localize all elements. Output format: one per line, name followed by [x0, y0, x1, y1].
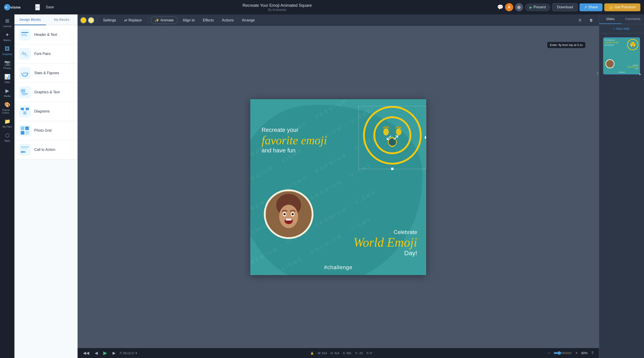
- chevron-icon: ▾: [136, 352, 137, 355]
- new-slide-button[interactable]: + New slide: [599, 24, 644, 33]
- prev-button[interactable]: ◀: [93, 350, 100, 356]
- basics-icon: ✦: [5, 32, 9, 38]
- right-panel-tabs: Slides Comments: [599, 14, 644, 24]
- sidebar-item-theme-colors[interactable]: 🎨 Theme Colors: [1, 100, 13, 116]
- canvas-toolbar: Settings ⇄ Replace ✨ Animate Align to Ef…: [78, 14, 599, 26]
- main-area: ⊞ Layouts ✦ Basics 🖼 Graphics 📷 Photos 📊…: [0, 14, 644, 358]
- user-avatar[interactable]: A: [505, 3, 513, 11]
- settings-button[interactable]: Settings: [100, 17, 119, 24]
- sidebar-item-graphics[interactable]: 🖼 Graphics: [1, 44, 13, 57]
- align-button[interactable]: Align to: [180, 17, 198, 24]
- diagrams-icon: [19, 106, 31, 117]
- svg-point-26: [374, 117, 410, 153]
- canvas-text-fun: and have fun: [262, 147, 327, 154]
- sidebar-item-data[interactable]: 📊 Data: [1, 72, 13, 85]
- canvas-photo-circle[interactable]: [264, 189, 314, 239]
- prev-slide-button[interactable]: ◀◀: [81, 350, 91, 356]
- play-button[interactable]: ▶: [102, 349, 109, 357]
- sidebar-item-graphics-text[interactable]: Graphics & Text: [14, 83, 77, 102]
- svg-point-27: [383, 128, 389, 136]
- canvas-scroll[interactable]: Enter: fly from top at 0.1s PREMIUM · VI…: [78, 26, 599, 348]
- sidebar-item-diagrams[interactable]: Diagrams: [14, 102, 77, 121]
- photo-grid-label: Photo Grid: [34, 128, 52, 132]
- person-photo: [266, 191, 312, 237]
- svg-text:Bb: Bb: [25, 54, 28, 57]
- copy-button[interactable]: ⎘: [576, 17, 584, 24]
- thumb-emoji: 😲: [627, 39, 638, 50]
- svg-line-17: [25, 110, 27, 112]
- sidebar-item-media[interactable]: ▶ Media: [1, 86, 13, 99]
- stats-figures-icon: 40%: [19, 67, 31, 79]
- thumb-text: Recreate your favorite emoji and have fu…: [605, 39, 618, 46]
- download-button[interactable]: Download: [552, 3, 578, 11]
- height-info: H: 514: [330, 352, 339, 355]
- svg-point-30: [388, 138, 396, 146]
- animate-button[interactable]: ✨ Animate: [151, 16, 178, 24]
- tab-comments[interactable]: Comments: [622, 14, 644, 24]
- sidebar-item-header-text[interactable]: Header & Text: [14, 25, 77, 44]
- tab-slides[interactable]: Slides: [599, 14, 622, 24]
- call-to-action-icon: Action: [19, 144, 31, 156]
- delete-button[interactable]: 🗑: [586, 17, 596, 24]
- sidebar-item-my-files[interactable]: 📁 My Files: [1, 117, 13, 130]
- svg-rect-22: [21, 146, 29, 148]
- svg-text:Action: Action: [22, 151, 27, 153]
- bottom-bar: ◀◀ ◀ ▶ ▶ ⏱ 00:13:17 ▾ 🔒 W: 514: [78, 348, 599, 358]
- tab-design-blocks[interactable]: Design Blocks: [14, 14, 46, 25]
- app-logo[interactable]: v visme: [4, 4, 31, 11]
- graphics-icon: 🖼: [5, 46, 10, 52]
- graphics-text-label: Graphics & Text: [34, 90, 60, 94]
- my-files-icon: 📁: [4, 118, 10, 124]
- help-button[interactable]: ?: [590, 350, 595, 356]
- topbar: v visme ↩ Save Recreate Your Emoji Anima…: [0, 0, 644, 14]
- toolbar-separator-2: [148, 17, 148, 24]
- sidebar-item-photo-grid[interactable]: Photo Grid: [14, 121, 77, 140]
- selection-handle-right[interactable]: [424, 136, 426, 139]
- color-swatch-yellow[interactable]: [80, 17, 86, 24]
- thumb-photo: [606, 59, 614, 68]
- sidebar-item-font-pairs[interactable]: AaBb Font Pairs: [14, 44, 77, 64]
- comment-button[interactable]: 💬: [497, 4, 503, 10]
- share-icon: ↗: [584, 5, 587, 10]
- sidebar-item-apps[interactable]: ⬡ Apps: [1, 131, 13, 144]
- sidebar-item-photos[interactable]: 📷 Photos: [1, 58, 13, 71]
- undo-button[interactable]: ↩: [35, 4, 40, 10]
- svg-rect-11: [22, 94, 28, 94]
- canvas-emoji-circle[interactable]: [363, 106, 422, 164]
- arrange-button[interactable]: Arrange: [239, 17, 258, 24]
- subtitle-text: By Anastasia: [60, 8, 494, 12]
- save-button[interactable]: Save: [42, 4, 57, 10]
- zoom-slider[interactable]: [554, 351, 572, 355]
- sidebar-panel: Design Blocks My Blocks Header & Text Aa…: [14, 14, 78, 358]
- actions-button[interactable]: Actions: [219, 17, 237, 24]
- sidebar-item-stats-figures[interactable]: 40% Stats & Figures: [14, 64, 77, 83]
- tab-my-blocks[interactable]: My Blocks: [46, 14, 78, 25]
- canvas-frame[interactable]: PREMIUM · VISME · PREMIUM · VISME PREMIU…: [250, 99, 426, 275]
- present-button[interactable]: ▶ Present: [525, 4, 550, 11]
- svg-line-16: [22, 110, 25, 112]
- zoom-in-button[interactable]: +: [574, 350, 580, 356]
- next-button[interactable]: ▶: [111, 350, 118, 356]
- effects-button[interactable]: Effects: [200, 17, 217, 24]
- thumb-hashtag: #challenge: [618, 72, 625, 73]
- world-emoji-label: World Emoji: [353, 236, 417, 250]
- diagrams-label: Diagrams: [34, 109, 50, 114]
- svg-point-33: [279, 205, 298, 228]
- animate-icon: ✨: [155, 18, 159, 22]
- canvas-celebrate-text: Celebrate World Emoji Day!: [353, 229, 417, 257]
- sidebar-item-layouts[interactable]: ⊞ Layouts: [1, 16, 13, 29]
- collaborator-button[interactable]: ⊕: [515, 3, 523, 11]
- svg-rect-23: [21, 148, 27, 149]
- svg-text:visme: visme: [10, 6, 20, 9]
- slide-1-container: Recreate your favorite emoji and have fu…: [601, 35, 642, 77]
- sidebar-item-basics[interactable]: ✦ Basics: [1, 30, 13, 43]
- lock-icon: 🔒: [310, 352, 314, 355]
- replace-button[interactable]: ⇄ Replace: [121, 17, 145, 24]
- sidebar-item-call-to-action[interactable]: Action Call to Action: [14, 140, 77, 160]
- premium-button[interactable]: 👑 Get Premium: [604, 4, 640, 11]
- share-button[interactable]: ↗ Share: [580, 4, 602, 11]
- slide-thumbnail-1[interactable]: Recreate your favorite emoji and have fu…: [603, 38, 640, 74]
- zoom-out-button[interactable]: −: [546, 350, 552, 356]
- color-swatch-light[interactable]: [88, 17, 94, 24]
- zoom-level: 60%: [581, 351, 588, 355]
